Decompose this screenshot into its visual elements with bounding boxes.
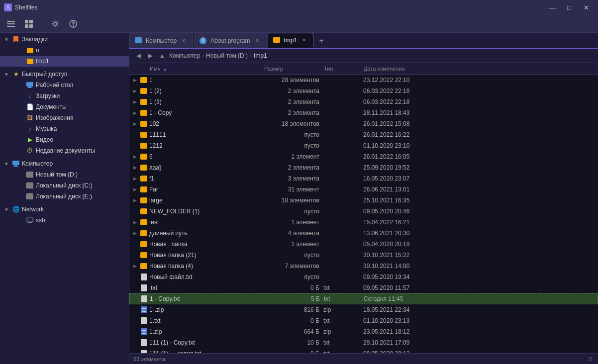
resize-handle[interactable]: ⊞	[586, 355, 594, 363]
file-row[interactable]: 111 (1) — копия.txt0 Бtxt08.05.2020 20:1…	[129, 348, 598, 353]
file-expander[interactable]: ▶	[131, 230, 138, 237]
tab-about[interactable]: i About program ✕	[194, 33, 266, 48]
file-row[interactable]: ▶f13 элемента16.05.2020 23:07	[129, 173, 598, 184]
video-icon: ▶	[26, 136, 34, 144]
tab-about-close[interactable]: ✕	[253, 37, 261, 45]
file-row[interactable]: 1212пусто01.10.2020 23:10	[129, 140, 598, 151]
file-size: 10 Б	[264, 339, 323, 346]
file-row[interactable]: ▶large18 элементов25.10.2021 16:35	[129, 195, 598, 206]
nav-forward-button[interactable]: ▶	[145, 51, 155, 61]
file-expander[interactable]: ▶	[131, 88, 138, 94]
sidebar-item-drive-d[interactable]: Новый том (D:)	[0, 169, 129, 180]
sidebar-item-images[interactable]: 🖼 Изображения	[0, 112, 129, 123]
breadcrumb-computer[interactable]: Компьютер	[169, 52, 200, 59]
file-row[interactable]: 1 - Copy.txt5 БtxtСегодня 11:45	[129, 293, 598, 304]
tab-tmp1-icon	[273, 37, 281, 44]
sidebar-item-recent[interactable]: ⏱ Недавние документы	[0, 145, 129, 156]
file-row[interactable]: ▶Far31 элемент26.06.2021 13:01	[129, 184, 598, 195]
file-row[interactable]: ▶длинный путь4 элемента13.06.2021 20:30	[129, 228, 598, 239]
col-header-type[interactable]: Тип	[322, 66, 362, 72]
menu-button[interactable]	[4, 19, 18, 29]
col-header-name[interactable]: Имя ▲	[148, 66, 262, 72]
file-row[interactable]: ▶test1 элемент15.04.2022 16:21	[129, 217, 598, 228]
file-type-icon	[140, 306, 148, 314]
nav-up-button[interactable]: ▲	[157, 51, 167, 61]
file-row[interactable]: 111 (1) - Copy.txt10 Бtxt29.10.2021 17:0…	[129, 337, 598, 348]
sidebar-item-drive-e[interactable]: Локальный диск (E:)	[0, 191, 129, 202]
file-expander[interactable]: ▶	[131, 98, 138, 105]
file-row[interactable]: Новая папка (21)пусто30.10.2021 15:22	[129, 250, 598, 261]
sidebar-item-downloads[interactable]: ↓ Загрузки	[0, 91, 129, 101]
tab-computer[interactable]: Компьютер ✕	[129, 33, 193, 48]
col-header-date[interactable]: Дата изменения	[362, 66, 436, 72]
file-expander[interactable]: ▶	[131, 164, 138, 171]
file-row[interactable]: ▶10218 элементов26.01.2022 15:08	[129, 118, 598, 129]
file-row[interactable]: Новый файл.txtпусто09.05.2020 19:34	[129, 272, 598, 282]
sidebar-item-tmp1[interactable]: tmp1	[0, 56, 129, 67]
file-row[interactable]: 11111пусто26.01.2022 16:22	[129, 129, 598, 140]
video-label: Видео	[36, 136, 126, 143]
minimize-button[interactable]: —	[544, 1, 560, 13]
file-type-icon	[140, 98, 148, 106]
file-expander[interactable]: ▶	[131, 263, 138, 270]
nav-bar: ◀ ▶ ▲ Компьютер › Новый том (D:) › tmp1	[129, 49, 598, 63]
sidebar-section-network-header[interactable]: ▼ 🌐 Network	[0, 204, 129, 215]
add-tab-button[interactable]: +	[314, 34, 328, 48]
file-expander	[131, 142, 138, 149]
nav-back-button[interactable]: ◀	[133, 51, 143, 61]
settings-button[interactable]	[48, 18, 62, 30]
file-row[interactable]: Новая . папка1 элемент05.04.2020 20:18	[129, 239, 598, 250]
file-expander[interactable]: ▶	[131, 120, 138, 127]
file-size: 7 элементов	[264, 263, 323, 270]
sidebar-item-video[interactable]: ▶ Видео	[0, 134, 129, 145]
main-layout: ▼ Закладки n tmp1 ▼	[0, 33, 598, 364]
file-row[interactable]: 1.txt0 Бtxt01.10.2020 23:13	[129, 315, 598, 326]
help-button[interactable]	[66, 18, 80, 30]
breadcrumb-drive[interactable]: Новый том (D:)	[206, 52, 248, 59]
tab-tmp1-close[interactable]: ✕	[300, 36, 308, 44]
sidebar-item-n[interactable]: n	[0, 45, 129, 56]
col-header-size[interactable]: Размер	[262, 66, 322, 72]
file-expander[interactable]: ▶	[131, 77, 138, 84]
file-row[interactable]: ▶1 (3)2 элемента06.03.2022 22:18	[129, 96, 598, 107]
file-row[interactable]: 1-.zip816 Бzip18.05.2021 22:34	[129, 304, 598, 315]
file-name: 111 (1) - Copy.txt	[149, 339, 264, 346]
file-row[interactable]: ▶61 элемент26.01.2022 16:05	[129, 151, 598, 162]
file-type-icon	[140, 164, 148, 172]
music-label: Музыка	[36, 125, 126, 132]
file-row[interactable]: ▶1 - Copy2 элемента28.11.2021 18:43	[129, 107, 598, 118]
file-type: zip	[323, 328, 363, 335]
file-expander[interactable]: ▶	[131, 153, 138, 160]
sidebar-item-ssh[interactable]: ssh	[0, 215, 129, 226]
file-row[interactable]: NEW_FOLDER (1)пусто09.05.2020 20:46	[129, 206, 598, 217]
sidebar-item-drive-c[interactable]: Локальный диск (C:)	[0, 180, 129, 191]
file-expander[interactable]: ▶	[131, 186, 138, 193]
file-type-icon	[140, 175, 148, 182]
file-expander[interactable]: ▶	[131, 109, 138, 116]
sidebar-item-desktop[interactable]: Рабочий стол	[0, 80, 129, 91]
file-expander[interactable]: ▶	[131, 175, 138, 182]
file-row[interactable]: 1.zip664 Бzip23.05.2021 18:12	[129, 326, 598, 337]
file-type: txt	[323, 339, 363, 346]
sidebar-section-bookmarks-header[interactable]: ▼ Закладки	[0, 34, 129, 45]
file-row[interactable]: ▶1 (2)2 элемента06.03.2022 22:18	[129, 86, 598, 96]
tab-computer-close[interactable]: ✕	[180, 37, 188, 45]
file-row[interactable]: ▶aaa]2 элемента25.09.2020 19:52	[129, 162, 598, 173]
sidebar-item-documents[interactable]: 📄 Документы	[0, 101, 129, 112]
tab-tmp1[interactable]: tmp1 ✕	[268, 33, 314, 48]
sidebar-section-quickaccess-header[interactable]: ▼ ★ Быстрый доступ	[0, 69, 129, 80]
file-row[interactable]: .txt0 Бtxt09.05.2020 11:57	[129, 282, 598, 293]
close-button[interactable]: ✕	[578, 1, 594, 13]
maximize-button[interactable]: □	[561, 1, 577, 13]
grid-view-button[interactable]	[22, 18, 36, 30]
file-size: 2 элемента	[264, 88, 323, 94]
sidebar-section-computer-header[interactable]: ▼ Компьютер	[0, 158, 129, 169]
sidebar-item-music[interactable]: ♪ Музыка	[0, 123, 129, 134]
svg-rect-1	[7, 23, 15, 24]
file-expander[interactable]: ▶	[131, 219, 138, 226]
file-row[interactable]: ▶128 элементов23.12.2022 22:10	[129, 75, 598, 86]
file-row[interactable]: ▶Новая папка (4)7 элементов30.10.2021 14…	[129, 261, 598, 272]
file-name: 11111	[149, 131, 264, 138]
file-date: 29.10.2021 17:09	[363, 339, 438, 346]
file-expander[interactable]: ▶	[131, 197, 138, 204]
